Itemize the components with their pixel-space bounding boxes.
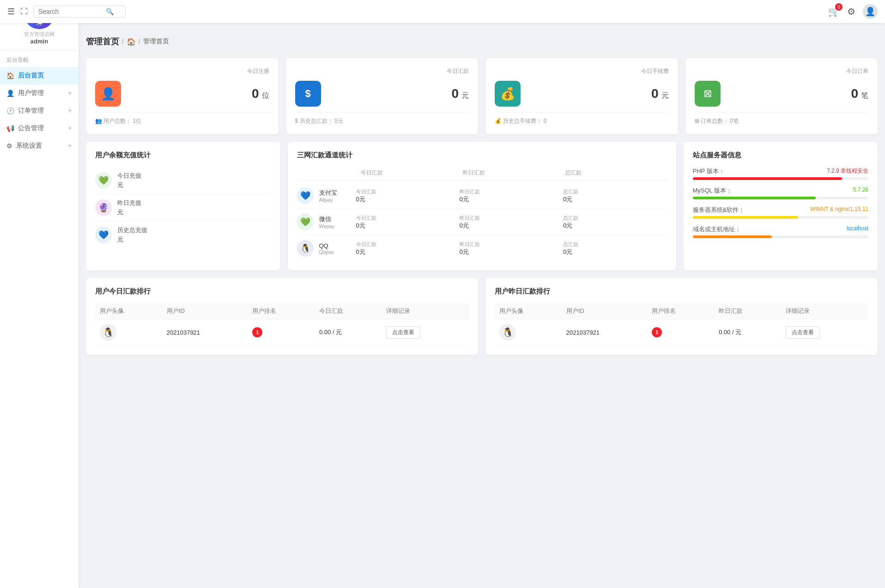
stat-fee-unit: 元 xyxy=(661,91,669,99)
sidebar-item-orders-left: 🕐 订单管理 xyxy=(6,107,44,115)
channel-row-qq: 🐧 QQ Qqpay 今日汇款 0元 昨日汇款 0元 总汇款 xyxy=(297,235,667,261)
channels-panel-title: 三网汇款通道统计 xyxy=(297,151,667,160)
today-row0-rank: 1 xyxy=(248,319,315,346)
sidebar-item-home[interactable]: 🏠 后台首页 xyxy=(0,67,79,84)
menu-icon[interactable]: ☰ xyxy=(7,6,15,17)
stat-register-value-area: 0 位 xyxy=(128,86,269,101)
balance-today-val: 元 xyxy=(117,181,141,189)
alipay-yesterday-val: 0元 xyxy=(460,195,563,204)
today-row0-userid: 2021037921 xyxy=(162,319,248,346)
sidebar-item-users[interactable]: 👤 用户管理 + xyxy=(0,84,79,102)
channels-col-today-header: 今日汇款 xyxy=(361,169,463,177)
alipay-total-val: 0元 xyxy=(563,195,667,204)
today-col-amount: 今日汇款 xyxy=(315,303,382,319)
qq-name: QQ Qqpay xyxy=(319,242,356,255)
balance-today-label: 今日充值 xyxy=(117,172,141,180)
yesterday-col-userid: 用户ID xyxy=(562,303,648,319)
server-panel-title: 站点服务器信息 xyxy=(693,151,869,160)
yesterday-row0-userid: 2021037921 xyxy=(562,319,648,346)
stat-card-register-header: 今日注册 xyxy=(95,67,269,75)
topbar: ☰ ⛶ 🔍 🛒 0 ⚙ 👤 xyxy=(0,0,885,23)
today-rank-row-0: 🐧 2021037921 1 0.00 / 元 点击查看 xyxy=(95,319,469,346)
sidebar-item-users-left: 👤 用户管理 xyxy=(6,89,44,97)
users-plus-icon[interactable]: + xyxy=(68,89,72,97)
alipay-today-val: 0元 xyxy=(356,195,460,204)
stat-remit-unit: 元 xyxy=(461,91,469,99)
yesterday-col-record: 详细记录 xyxy=(781,303,868,319)
qq-icon: 🐧 xyxy=(297,240,314,257)
sidebar-item-announce-left: 📢 公告管理 xyxy=(6,124,44,132)
server-os-header: 服务器系统&软件： WINNT & nginx/1.15.11 xyxy=(693,206,869,214)
yesterday-rank-table: 用户头像 用户ID 用户排名 昨日汇款 详细记录 🐧 xyxy=(495,303,868,346)
main-content: 管理首页 / 🏠 / 管理首页 今日注册 👤 0 位 👥 用户总数： 1位 xyxy=(79,23,885,588)
yesterday-col-amount: 昨日汇款 xyxy=(714,303,781,319)
sidebar: 🐧 官方管理员网 admin 后台导航 🏠 后台首页 👤 用户管理 + 🕐 订单… xyxy=(0,0,79,588)
channel-row-alipay: 💙 支付宝 Alipay 今日汇款 0元 昨日汇款 0元 总汇款 xyxy=(297,183,667,209)
yesterday-col-rank: 用户排名 xyxy=(647,303,714,319)
sidebar-item-orders[interactable]: 🕐 订单管理 + xyxy=(0,102,79,120)
stat-card-remit-body: $ 0 元 xyxy=(295,81,469,107)
wechat-name: 微信 Wxpay xyxy=(319,215,356,229)
alipay-name: 支付宝 Alipay xyxy=(319,189,356,203)
home-icon: 🏠 xyxy=(6,72,14,79)
yesterday-rank-header-row: 用户头像 用户ID 用户排名 昨日汇款 详细记录 xyxy=(495,303,868,319)
announce-icon: 📢 xyxy=(6,125,14,132)
stat-register-unit: 位 xyxy=(262,91,269,99)
stat-card-remit-footer: $ 历史总汇款： 0元 xyxy=(295,112,469,125)
alipay-yesterday-label: 昨日汇款 xyxy=(460,188,563,195)
stat-card-orders: 今日订单 ⊠ 0 笔 ⊠ 订单总数： 0笔 xyxy=(685,58,878,134)
sidebar-item-users-label: 用户管理 xyxy=(18,89,44,97)
expand-icon[interactable]: ⛶ xyxy=(20,7,28,16)
server-domain-progress xyxy=(693,235,869,238)
announce-plus-icon[interactable]: + xyxy=(68,124,72,132)
search-icon: 🔍 xyxy=(106,8,114,15)
stat-card-register: 今日注册 👤 0 位 👥 用户总数： 1位 xyxy=(86,58,279,134)
search-input[interactable] xyxy=(38,8,103,15)
qq-stats: 今日汇款 0元 昨日汇款 0元 总汇款 0元 xyxy=(356,241,667,256)
today-col-avatar: 用户头像 xyxy=(95,303,162,319)
balance-item-yesterday: 🔮 昨日充值 元 xyxy=(95,194,271,222)
yesterday-view-button-0[interactable]: 点击查看 xyxy=(786,326,820,339)
stat-card-register-footer: 👥 用户总数： 1位 xyxy=(95,112,269,125)
server-os-label: 服务器系统&软件： xyxy=(693,206,745,214)
gear-icon[interactable]: ⚙ xyxy=(847,6,855,17)
stat-orders-value-area: 0 笔 xyxy=(728,86,869,101)
server-domain-header: 域名或主机地址： localhost xyxy=(693,225,869,234)
stat-register-icon: 👤 xyxy=(95,81,121,107)
qq-total-val: 0元 xyxy=(563,248,667,256)
wechat-icon: 💚 xyxy=(297,214,314,230)
sidebar-item-settings[interactable]: ⚙ 系统设置 + xyxy=(0,137,79,155)
cart-icon[interactable]: 🛒 0 xyxy=(828,6,840,17)
server-os-fill xyxy=(693,216,798,219)
today-rank-table: 用户头像 用户ID 用户排名 今日汇款 详细记录 🐧 xyxy=(95,303,469,346)
qq-name-main: QQ xyxy=(319,242,356,249)
rank-section: 用户今日汇款排行 用户头像 用户ID 用户排名 今日汇款 详细记录 xyxy=(86,278,878,355)
server-php-fill xyxy=(693,177,842,180)
qq-total: 总汇款 0元 xyxy=(563,241,667,256)
qq-yesterday-label: 昨日汇款 xyxy=(460,241,563,248)
stat-fee-value: 0 xyxy=(651,86,659,101)
wechat-name-sub: Wxpay xyxy=(319,223,356,229)
stat-orders-unit: 笔 xyxy=(861,91,868,99)
balance-today-info: 今日充值 元 xyxy=(117,172,141,189)
server-item-domain: 域名或主机地址： localhost xyxy=(693,225,869,238)
search-box: 🔍 xyxy=(33,6,126,18)
sidebar-item-announce-label: 公告管理 xyxy=(18,124,44,132)
today-rank-header-row: 用户头像 用户ID 用户排名 今日汇款 详细记录 xyxy=(95,303,469,319)
qq-today-label: 今日汇款 xyxy=(356,241,460,248)
avatar[interactable]: 👤 xyxy=(863,4,878,19)
sidebar-item-announce[interactable]: 📢 公告管理 + xyxy=(0,120,79,137)
yesterday-row0-rank: 1 xyxy=(647,319,714,346)
sidebar-item-settings-label: 系统设置 xyxy=(16,142,42,150)
balance-item-total: 💙 历史总充值 元 xyxy=(95,222,271,248)
channels-col-yesterday-header: 昨日汇款 xyxy=(463,169,565,177)
server-os-val: WINNT & nginx/1.15.11 xyxy=(810,206,868,214)
server-domain-val: localhost xyxy=(847,225,868,234)
alipay-name-sub: Alipay xyxy=(319,197,356,203)
breadcrumb-home-icon[interactable]: 🏠 xyxy=(127,37,136,46)
settings-plus-icon[interactable]: + xyxy=(68,142,72,150)
server-php-val: 7.2.9 非线程安全 xyxy=(827,167,868,175)
wechat-total-val: 0元 xyxy=(563,222,667,230)
today-view-button-0[interactable]: 点击查看 xyxy=(386,326,420,339)
orders-plus-icon[interactable]: + xyxy=(68,107,72,115)
